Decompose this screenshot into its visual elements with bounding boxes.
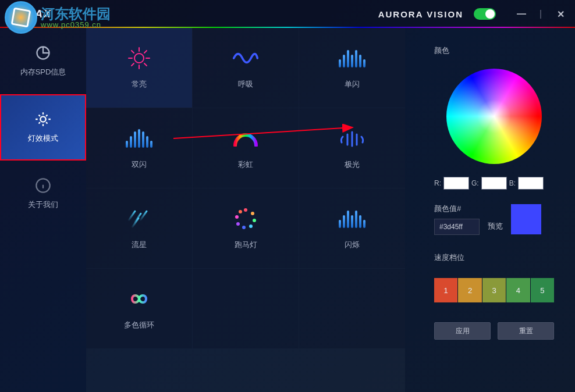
hex-label: 颜色值# xyxy=(434,204,480,214)
speed-3-button[interactable]: 3 xyxy=(482,278,506,302)
svg-line-11 xyxy=(144,63,147,66)
mode-breathing[interactable]: 呼吸 xyxy=(193,28,299,108)
sidebar-item-label: 关于我们 xyxy=(28,199,58,210)
minimize-button[interactable]: — xyxy=(517,9,526,20)
rainbow-icon xyxy=(232,127,260,150)
sidebar-item-lighting[interactable]: 灯效模式 xyxy=(0,94,86,161)
mode-meteor[interactable]: 流星 xyxy=(86,188,192,268)
mode-grid: 常亮 呼吸 单闪 双闪 xyxy=(86,28,405,392)
pie-chart-icon xyxy=(35,45,51,61)
empty-cell xyxy=(299,269,405,348)
divider-icon: | xyxy=(537,9,546,20)
bars-icon xyxy=(338,207,366,230)
color-section-label: 颜色 xyxy=(434,45,554,56)
sidebar: 内存SPD信息 灯效模式 关于我们 xyxy=(0,28,86,392)
svg-point-1 xyxy=(40,116,45,122)
close-button[interactable]: ✕ xyxy=(556,9,566,20)
g-label: G: xyxy=(471,179,479,187)
reset-button[interactable]: 重置 xyxy=(498,322,554,340)
svg-point-5 xyxy=(134,54,144,63)
g-input[interactable] xyxy=(481,177,507,190)
mode-marquee[interactable]: 跑马灯 xyxy=(193,188,299,268)
r-input[interactable] xyxy=(443,177,469,190)
mode-label: 闪烁 xyxy=(345,240,360,250)
mode-double-flash[interactable]: 双闪 xyxy=(86,108,192,188)
speed-2-button[interactable]: 2 xyxy=(458,278,481,302)
info-icon xyxy=(35,177,51,194)
svg-line-10 xyxy=(132,51,134,53)
mode-label: 单闪 xyxy=(345,79,360,90)
empty-cell xyxy=(193,269,299,348)
r-label: R: xyxy=(434,179,441,187)
speed-selector: 1 2 3 4 5 xyxy=(434,278,554,302)
speed-4-button[interactable]: 4 xyxy=(506,278,530,302)
mode-flicker[interactable]: 闪烁 xyxy=(299,188,405,268)
app-title: AURORA VISION xyxy=(378,9,463,19)
sidebar-item-about[interactable]: 关于我们 xyxy=(0,161,86,227)
svg-line-13 xyxy=(144,51,147,53)
svg-line-12 xyxy=(132,63,134,66)
mode-single-flash[interactable]: 单闪 xyxy=(299,28,405,108)
mode-label: 流星 xyxy=(132,240,147,250)
mode-rainbow[interactable]: 彩虹 xyxy=(193,108,299,188)
sidebar-item-label: 灯效模式 xyxy=(28,133,58,144)
wave-icon xyxy=(232,47,260,70)
bars-icon xyxy=(338,47,366,70)
color-preview-swatch xyxy=(511,204,541,234)
brand-logo-text: GALAX xyxy=(9,8,52,20)
sidebar-item-label: 内存SPD信息 xyxy=(20,67,66,77)
mode-color-cycle[interactable]: 多色循环 xyxy=(86,269,192,348)
preview-label: 预览 xyxy=(488,221,503,231)
speed-1-button[interactable]: 1 xyxy=(434,278,457,302)
color-panel: 颜色 R: G: B: 颜色值# 预览 速度档位 1 xyxy=(405,28,575,392)
power-toggle[interactable] xyxy=(474,8,496,20)
mode-label: 跑马灯 xyxy=(235,240,257,250)
sun-icon xyxy=(125,47,153,70)
mode-label: 多色循环 xyxy=(124,320,154,330)
hex-input[interactable] xyxy=(434,219,480,235)
speed-section-label: 速度档位 xyxy=(434,252,554,263)
mode-label: 常亮 xyxy=(132,79,147,90)
dots-circle-icon xyxy=(232,207,260,230)
mode-static[interactable]: 常亮 xyxy=(86,28,192,108)
mode-label: 双闪 xyxy=(132,159,147,170)
bars-icon xyxy=(125,127,153,150)
brightness-icon xyxy=(35,111,51,127)
color-wheel-picker[interactable] xyxy=(446,69,542,164)
b-input[interactable] xyxy=(518,177,544,190)
meteor-icon xyxy=(125,207,153,230)
app-window: 河东软件园 www.pc0359.cn GALAX AURORA VISION … xyxy=(0,0,575,392)
mode-label: 彩虹 xyxy=(238,159,253,170)
apply-button[interactable]: 应用 xyxy=(434,322,491,340)
mode-label: 极光 xyxy=(345,159,360,170)
main-content: 常亮 呼吸 单闪 双闪 xyxy=(86,28,575,392)
title-bar: GALAX AURORA VISION — | ✕ xyxy=(0,0,575,28)
speed-5-button[interactable]: 5 xyxy=(531,278,554,302)
mode-label: 呼吸 xyxy=(238,79,253,90)
mode-aurora[interactable]: 极光 xyxy=(299,108,405,188)
b-label: B: xyxy=(509,179,516,187)
infinity-icon xyxy=(125,287,153,311)
sidebar-item-spd[interactable]: 内存SPD信息 xyxy=(0,28,86,94)
aurora-bars-icon xyxy=(338,127,366,150)
